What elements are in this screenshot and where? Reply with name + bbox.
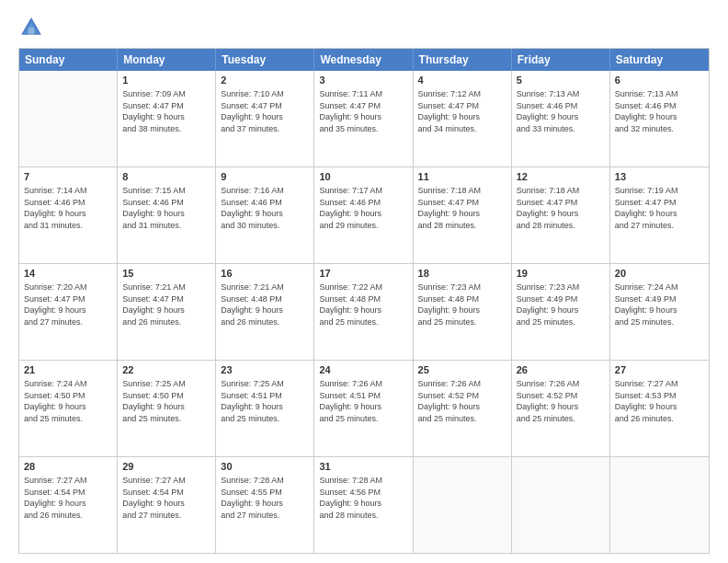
day-number: 7 (24, 170, 112, 184)
day-number: 13 (615, 170, 704, 184)
day-number: 20 (615, 267, 704, 281)
cell-info: Sunrise: 7:13 AM Sunset: 4:46 PM Dayligh… (517, 89, 580, 133)
day-number: 25 (418, 363, 506, 377)
cal-header-cell: Tuesday (216, 49, 314, 71)
calendar-cell: 15Sunrise: 7:21 AM Sunset: 4:47 PM Dayli… (118, 264, 216, 360)
day-number: 11 (418, 170, 506, 184)
logo (18, 15, 48, 40)
calendar-cell: 4Sunrise: 7:12 AM Sunset: 4:47 PM Daylig… (414, 71, 512, 167)
day-number: 2 (221, 74, 309, 87)
calendar-cell: 27Sunrise: 7:27 AM Sunset: 4:53 PM Dayli… (610, 361, 709, 456)
cell-info: Sunrise: 7:27 AM Sunset: 4:53 PM Dayligh… (615, 379, 678, 423)
day-number: 6 (615, 74, 704, 87)
cell-info: Sunrise: 7:24 AM Sunset: 4:50 PM Dayligh… (24, 379, 87, 423)
cell-info: Sunrise: 7:23 AM Sunset: 4:48 PM Dayligh… (418, 282, 482, 327)
calendar-cell: 14Sunrise: 7:20 AM Sunset: 4:47 PM Dayli… (19, 264, 118, 360)
calendar-cell: 2Sunrise: 7:10 AM Sunset: 4:47 PM Daylig… (216, 71, 314, 167)
calendar-cell: 5Sunrise: 7:13 AM Sunset: 4:46 PM Daylig… (512, 71, 610, 167)
calendar-cell: 22Sunrise: 7:25 AM Sunset: 4:50 PM Dayli… (118, 361, 216, 456)
cell-info: Sunrise: 7:26 AM Sunset: 4:51 PM Dayligh… (319, 379, 382, 423)
day-number: 1 (122, 74, 210, 87)
calendar-cell: 6Sunrise: 7:13 AM Sunset: 4:46 PM Daylig… (610, 71, 709, 167)
cell-info: Sunrise: 7:17 AM Sunset: 4:46 PM Dayligh… (319, 186, 382, 230)
calendar-cell: 13Sunrise: 7:19 AM Sunset: 4:47 PM Dayli… (610, 167, 709, 263)
cell-info: Sunrise: 7:23 AM Sunset: 4:49 PM Dayligh… (517, 282, 580, 327)
calendar-cell: 16Sunrise: 7:21 AM Sunset: 4:48 PM Dayli… (216, 264, 314, 360)
cell-info: Sunrise: 7:28 AM Sunset: 4:55 PM Dayligh… (221, 476, 284, 520)
calendar-cell: 26Sunrise: 7:26 AM Sunset: 4:52 PM Dayli… (512, 361, 610, 456)
day-number: 12 (517, 170, 605, 184)
cell-info: Sunrise: 7:10 AM Sunset: 4:47 PM Dayligh… (221, 89, 284, 133)
calendar-cell: 3Sunrise: 7:11 AM Sunset: 4:47 PM Daylig… (314, 71, 413, 167)
calendar-body: 1Sunrise: 7:09 AM Sunset: 4:47 PM Daylig… (19, 71, 709, 553)
calendar-row: 14Sunrise: 7:20 AM Sunset: 4:47 PM Dayli… (19, 264, 709, 361)
calendar-cell: 20Sunrise: 7:24 AM Sunset: 4:49 PM Dayli… (610, 264, 709, 360)
calendar-header: SundayMondayTuesdayWednesdayThursdayFrid… (19, 49, 709, 71)
cell-info: Sunrise: 7:15 AM Sunset: 4:46 PM Dayligh… (122, 186, 186, 230)
calendar-cell: 7Sunrise: 7:14 AM Sunset: 4:46 PM Daylig… (19, 167, 118, 263)
calendar-cell: 25Sunrise: 7:26 AM Sunset: 4:52 PM Dayli… (414, 361, 512, 456)
day-number: 22 (122, 363, 210, 377)
cell-info: Sunrise: 7:27 AM Sunset: 4:54 PM Dayligh… (122, 476, 186, 520)
cell-info: Sunrise: 7:20 AM Sunset: 4:47 PM Dayligh… (24, 282, 87, 327)
day-number: 15 (122, 267, 210, 281)
cell-info: Sunrise: 7:14 AM Sunset: 4:46 PM Dayligh… (24, 186, 87, 230)
calendar-cell: 8Sunrise: 7:15 AM Sunset: 4:46 PM Daylig… (118, 167, 216, 263)
calendar-cell: 1Sunrise: 7:09 AM Sunset: 4:47 PM Daylig… (118, 71, 216, 167)
calendar-cell: 17Sunrise: 7:22 AM Sunset: 4:48 PM Dayli… (314, 264, 413, 360)
calendar-cell (19, 71, 118, 167)
cell-info: Sunrise: 7:26 AM Sunset: 4:52 PM Dayligh… (517, 379, 580, 423)
cell-info: Sunrise: 7:18 AM Sunset: 4:47 PM Dayligh… (517, 186, 580, 230)
calendar-cell: 21Sunrise: 7:24 AM Sunset: 4:50 PM Dayli… (19, 361, 118, 456)
svg-rect-2 (28, 28, 34, 35)
header (18, 15, 710, 40)
day-number: 24 (319, 363, 407, 377)
day-number: 9 (221, 170, 309, 184)
calendar-cell: 28Sunrise: 7:27 AM Sunset: 4:54 PM Dayli… (19, 457, 118, 553)
calendar: SundayMondayTuesdayWednesdayThursdayFrid… (18, 48, 710, 554)
calendar-cell: 30Sunrise: 7:28 AM Sunset: 4:55 PM Dayli… (216, 457, 314, 553)
day-number: 3 (319, 74, 407, 87)
day-number: 16 (221, 267, 309, 281)
day-number: 10 (319, 170, 407, 184)
cell-info: Sunrise: 7:16 AM Sunset: 4:46 PM Dayligh… (221, 186, 284, 230)
cell-info: Sunrise: 7:09 AM Sunset: 4:47 PM Dayligh… (122, 89, 186, 133)
cell-info: Sunrise: 7:18 AM Sunset: 4:47 PM Dayligh… (418, 186, 482, 230)
day-number: 18 (418, 267, 506, 281)
calendar-row: 21Sunrise: 7:24 AM Sunset: 4:50 PM Dayli… (19, 361, 709, 457)
cell-info: Sunrise: 7:11 AM Sunset: 4:47 PM Dayligh… (319, 89, 382, 133)
calendar-row: 1Sunrise: 7:09 AM Sunset: 4:47 PM Daylig… (19, 71, 709, 167)
cal-header-cell: Thursday (414, 49, 512, 71)
calendar-cell: 12Sunrise: 7:18 AM Sunset: 4:47 PM Dayli… (512, 167, 610, 263)
day-number: 17 (319, 267, 407, 281)
day-number: 14 (24, 267, 112, 281)
day-number: 26 (517, 363, 605, 377)
cell-info: Sunrise: 7:21 AM Sunset: 4:48 PM Dayligh… (221, 282, 284, 327)
cal-header-cell: Wednesday (314, 49, 413, 71)
calendar-cell (512, 457, 610, 553)
calendar-cell: 9Sunrise: 7:16 AM Sunset: 4:46 PM Daylig… (216, 167, 314, 263)
calendar-cell: 23Sunrise: 7:25 AM Sunset: 4:51 PM Dayli… (216, 361, 314, 456)
cell-info: Sunrise: 7:25 AM Sunset: 4:50 PM Dayligh… (122, 379, 186, 423)
day-number: 31 (319, 460, 407, 474)
day-number: 19 (517, 267, 605, 281)
day-number: 23 (221, 363, 309, 377)
day-number: 27 (615, 363, 704, 377)
calendar-cell (414, 457, 512, 553)
day-number: 21 (24, 363, 112, 377)
cell-info: Sunrise: 7:19 AM Sunset: 4:47 PM Dayligh… (615, 186, 678, 230)
page: SundayMondayTuesdayWednesdayThursdayFrid… (0, 0, 728, 563)
cal-header-cell: Saturday (610, 49, 709, 71)
cell-info: Sunrise: 7:28 AM Sunset: 4:56 PM Dayligh… (319, 476, 382, 520)
calendar-cell (610, 457, 709, 553)
day-number: 4 (418, 74, 506, 87)
calendar-cell: 29Sunrise: 7:27 AM Sunset: 4:54 PM Dayli… (118, 457, 216, 553)
cal-header-cell: Sunday (19, 49, 118, 71)
cell-info: Sunrise: 7:22 AM Sunset: 4:48 PM Dayligh… (319, 282, 382, 327)
calendar-cell: 19Sunrise: 7:23 AM Sunset: 4:49 PM Dayli… (512, 264, 610, 360)
cal-header-cell: Monday (118, 49, 216, 71)
cell-info: Sunrise: 7:24 AM Sunset: 4:49 PM Dayligh… (615, 282, 678, 327)
cell-info: Sunrise: 7:25 AM Sunset: 4:51 PM Dayligh… (221, 379, 284, 423)
cal-header-cell: Friday (512, 49, 610, 71)
calendar-row: 7Sunrise: 7:14 AM Sunset: 4:46 PM Daylig… (19, 167, 709, 264)
